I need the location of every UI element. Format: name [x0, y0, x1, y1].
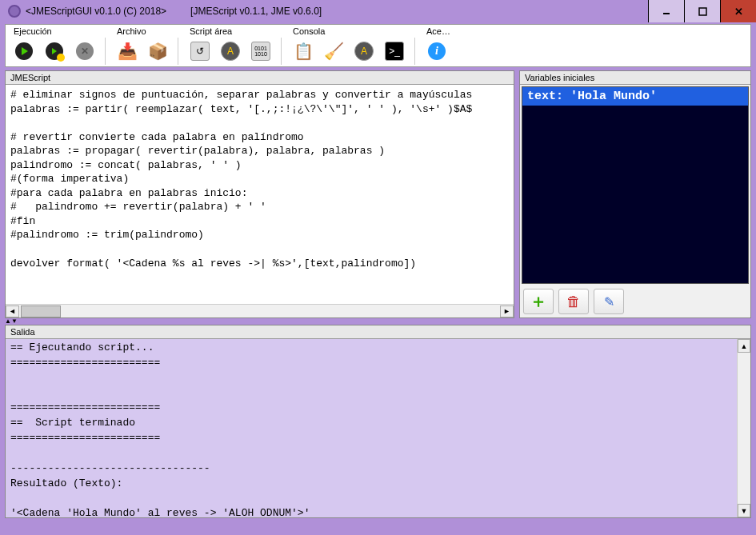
minimize-button[interactable] — [648, 0, 684, 22]
script-bin-button[interactable]: 01011010 — [247, 38, 274, 65]
toolbar-group-consola: Consola 📋 🧹 A >_ — [290, 26, 415, 65]
open-icon: 📥 — [118, 42, 138, 61]
var-edit-button[interactable]: ✎ — [594, 289, 624, 314]
output-vscrollbar[interactable]: ▲ ▼ — [737, 339, 750, 517]
about-button[interactable]: i — [423, 38, 450, 65]
maximize-button[interactable] — [684, 0, 720, 22]
scroll-up-arrow[interactable]: ▲ — [738, 339, 750, 353]
script-panel: JMEScript # eliminar signos de puntuació… — [5, 70, 514, 318]
stop-button[interactable] — [71, 38, 98, 65]
script-font-button[interactable]: A — [217, 38, 244, 65]
plus-icon: ＋ — [530, 289, 547, 313]
save-button[interactable]: 📦 — [144, 38, 171, 65]
clear-icon: ↺ — [190, 42, 210, 61]
svg-rect-1 — [699, 8, 706, 15]
toolbar-label-script: Script área — [186, 26, 282, 36]
script-clear-button[interactable]: ↺ — [186, 38, 214, 65]
toolbar-group-script: Script área ↺ A 01011010 — [186, 26, 282, 65]
font2-icon: A — [354, 42, 374, 61]
info-icon: i — [428, 42, 446, 60]
toolbar-group-ejecucion: Ejecución — [10, 26, 106, 65]
editor-hscrollbar[interactable]: ◄ ► — [6, 304, 514, 317]
script-panel-header: JMEScript — [6, 71, 514, 85]
open-button[interactable]: 📥 — [114, 38, 141, 65]
stop-icon — [76, 42, 94, 60]
console-clean-button[interactable]: 🧹 — [320, 38, 347, 65]
copy-icon: 📋 — [294, 42, 314, 61]
scroll-left-arrow[interactable]: ◄ — [6, 305, 19, 317]
run-step-button[interactable] — [41, 38, 68, 65]
titlebar: <JMEScriptGUI v0.1.0 (C) 2018> [JMEScrip… — [0, 0, 756, 22]
font-icon: A — [221, 42, 240, 61]
output-body[interactable]: == Ejecutando script... ================… — [6, 339, 737, 517]
close-button[interactable]: ✕ — [720, 0, 756, 22]
toolbar-label-archivo: Archivo — [114, 26, 178, 36]
toolbar-label-ejecucion: Ejecución — [10, 26, 106, 36]
trash-icon: 🗑 — [566, 293, 581, 310]
toolbar-label-acerca: Ace… — [423, 26, 457, 36]
play-step-icon — [46, 42, 63, 60]
app-title: <JMEScriptGUI v0.1.0 (C) 2018> — [26, 6, 166, 17]
console-copy-button[interactable]: 📋 — [290, 38, 317, 65]
app-subtitle: [JMEScript v0.1.1, JME v0.6.0] — [190, 6, 322, 17]
toolbar-label-consola: Consola — [290, 26, 415, 36]
scroll-down-arrow[interactable]: ▼ — [738, 504, 750, 517]
app-icon — [8, 5, 21, 18]
binary-icon: 01011010 — [251, 42, 270, 61]
terminal-icon: >_ — [385, 42, 404, 61]
vars-list[interactable]: text: 'Hola Mundo' — [522, 86, 749, 284]
run-button[interactable] — [10, 38, 38, 65]
vars-item-selected[interactable]: text: 'Hola Mundo' — [522, 87, 748, 106]
vars-panel: Variables iniciales text: 'Hola Mundo' ＋… — [519, 70, 751, 318]
var-delete-button[interactable]: 🗑 — [558, 289, 589, 314]
splitter-handle[interactable]: ▲▼ — [5, 318, 751, 325]
pencil-icon: ✎ — [604, 294, 614, 309]
var-add-button[interactable]: ＋ — [523, 289, 554, 314]
script-editor[interactable]: # eliminar signos de puntuación, separar… — [6, 85, 514, 304]
toolbar: Ejecución Archivo 📥 📦 Script área ↺ A 01… — [5, 24, 751, 67]
play-icon — [15, 42, 33, 60]
save-icon: 📦 — [148, 42, 168, 61]
scroll-right-arrow[interactable]: ► — [500, 305, 514, 317]
vars-toolbar: ＋ 🗑 ✎ — [520, 285, 750, 317]
output-panel: Salida == Ejecutando script... =========… — [5, 325, 751, 518]
toolbar-group-acerca: Ace… i — [423, 26, 457, 65]
vars-panel-header: Variables iniciales — [520, 71, 750, 85]
console-terminal-button[interactable]: >_ — [381, 38, 408, 65]
scroll-thumb[interactable] — [21, 305, 61, 317]
console-font-button[interactable]: A — [350, 38, 378, 65]
toolbar-group-archivo: Archivo 📥 📦 — [114, 26, 178, 65]
broom-icon: 🧹 — [324, 42, 344, 61]
output-panel-header: Salida — [6, 325, 750, 339]
